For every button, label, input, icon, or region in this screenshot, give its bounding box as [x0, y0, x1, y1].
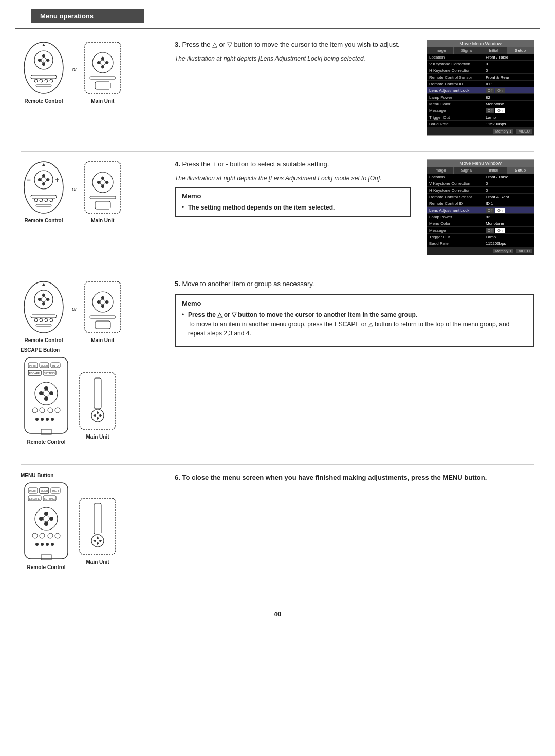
- svg-rect-50: [36, 204, 51, 206]
- svg-point-58: [100, 180, 105, 185]
- svg-text:MENU: MENU: [41, 364, 48, 367]
- section-4-right: 4. Press the + or - button to select a s…: [175, 159, 411, 255]
- menu-window-4: Move Menu Window Image Signal Initial Se…: [427, 159, 534, 255]
- svg-marker-18: [42, 44, 45, 46]
- svg-marker-174: [97, 536, 99, 538]
- svg-rect-17: [36, 85, 51, 87]
- svg-point-164: [46, 543, 49, 546]
- remote-control-5a: Remote Control: [21, 279, 67, 343]
- menu-row-rcid-3: Remote Control IDID 1: [427, 81, 534, 87]
- menu-row-baud-3: Baud Rate115200bps: [427, 121, 534, 127]
- svg-marker-175: [97, 543, 99, 545]
- unit-svg-5a: [82, 279, 123, 335]
- remote-label-3: Remote Control: [25, 98, 63, 104]
- remote-label-5a: Remote Control: [25, 337, 63, 343]
- tab-image-4: Image: [427, 167, 454, 174]
- remote-control-5b: INPUT MENU INFO ESCAPE SETTING: [21, 355, 72, 445]
- remote-svg-4: – +: [21, 159, 67, 216]
- svg-rect-167: [80, 498, 116, 555]
- tab-image-3: Image: [427, 47, 454, 54]
- section-6-left: MENU Button INPUT MENU INFO ESCAPE: [21, 472, 164, 574]
- svg-point-118: [40, 408, 45, 413]
- svg-point-119: [48, 408, 53, 413]
- svg-point-40: [41, 177, 46, 182]
- svg-point-124: [51, 418, 54, 421]
- menu-footer-3: Memory 1 VIDEO: [427, 127, 534, 135]
- svg-rect-137: [25, 483, 68, 559]
- svg-rect-31: [95, 82, 110, 89]
- svg-point-77: [34, 318, 38, 322]
- menu-row-trig-3: Trigger OutLamp: [427, 114, 534, 121]
- menu-title-4: Move Menu Window: [427, 160, 534, 167]
- svg-point-65: [24, 281, 63, 333]
- svg-point-78: [40, 318, 43, 322]
- svg-rect-30: [90, 77, 116, 79]
- svg-point-84: [92, 292, 113, 312]
- unit-label-3: Main Unit: [91, 98, 114, 104]
- svg-point-25: [100, 60, 105, 65]
- tab-setup-3: Setup: [507, 47, 534, 54]
- tab-signal-3: Signal: [454, 47, 480, 54]
- tab-initial-4: Initial: [480, 167, 507, 174]
- svg-rect-94: [90, 316, 116, 318]
- svg-point-159: [40, 533, 45, 538]
- svg-rect-81: [36, 324, 51, 326]
- svg-point-16: [50, 79, 53, 82]
- section-4-left: – +: [21, 159, 164, 255]
- section-6: MENU Button INPUT MENU INFO ESCAPE: [21, 472, 534, 574]
- divider-5-6: [21, 464, 534, 465]
- menu-row-hkey-3: H Keystone Correction0: [427, 67, 534, 74]
- menu-window-3: Move Menu Window Image Signal Initial Se…: [427, 40, 534, 136]
- svg-point-117: [32, 408, 38, 413]
- memo-box-4: Memo The setting method depends on the i…: [175, 187, 411, 217]
- remote-svg-5a: [21, 279, 67, 335]
- svg-point-107: [35, 382, 58, 405]
- svg-text:+: +: [43, 59, 45, 62]
- svg-point-71: [41, 297, 46, 302]
- section-5: Remote Control or: [21, 279, 534, 449]
- svg-point-148: [35, 507, 58, 530]
- main-unit-5b: Main Unit: [77, 370, 118, 440]
- or-text-5a: or: [72, 306, 77, 312]
- svg-rect-96: [25, 357, 68, 433]
- page-title: Menu operations: [40, 12, 94, 20]
- svg-point-153: [43, 516, 49, 522]
- step-3-note: The illustration at right depicts [Lens …: [175, 55, 411, 62]
- remote-control-4: – +: [21, 159, 67, 223]
- svg-point-122: [41, 418, 44, 421]
- svg-rect-76: [31, 315, 57, 318]
- header-bar: Menu operations: [31, 9, 144, 23]
- main-unit-3: Main Unit: [82, 40, 123, 104]
- svg-text:INFO: INFO: [52, 489, 59, 493]
- svg-rect-64: [95, 201, 110, 209]
- svg-text:SETTING: SETTING: [44, 372, 55, 375]
- svg-text:–: –: [27, 176, 31, 184]
- svg-text:SETTING: SETTING: [44, 497, 55, 500]
- svg-point-15: [45, 79, 48, 82]
- svg-rect-126: [80, 373, 116, 429]
- svg-rect-168: [94, 503, 101, 534]
- unit-svg-6: [77, 496, 118, 557]
- main-unit-5a: Main Unit: [82, 279, 123, 343]
- remote-label-5b: Remote Control: [27, 439, 66, 445]
- svg-point-13: [34, 79, 38, 82]
- menu-row-lamp-3: Lamp Power82: [427, 94, 534, 101]
- svg-point-32: [24, 162, 63, 213]
- svg-point-14: [40, 79, 43, 82]
- memo-box-5: Memo Press the △ or ▽ button to move the…: [175, 294, 534, 347]
- svg-marker-135: [93, 414, 95, 417]
- svg-marker-177: [100, 540, 102, 542]
- svg-point-162: [35, 543, 39, 546]
- or-text-4: or: [72, 186, 77, 192]
- tab-signal-4: Signal: [454, 167, 480, 174]
- device-pair-5b: INPUT MENU INFO ESCAPE SETTING: [21, 355, 164, 445]
- memo-item-4-1: The setting method depends on the item s…: [182, 203, 404, 212]
- svg-point-47: [40, 199, 43, 202]
- svg-marker-133: [97, 411, 99, 413]
- svg-point-121: [35, 418, 39, 421]
- memo-title-5: Memo: [182, 299, 527, 307]
- device-pair-4: – +: [21, 159, 164, 223]
- section-3: +: [21, 40, 534, 136]
- section-3-left: +: [21, 40, 164, 136]
- menu-row-lal-3: Lens Adjustment Lock Off On: [427, 87, 534, 94]
